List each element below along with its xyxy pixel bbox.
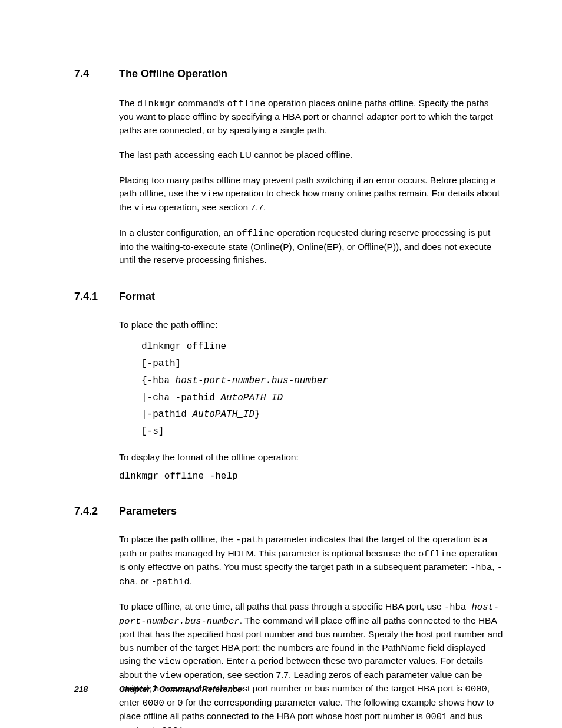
code-inline: -hba [444,602,472,612]
code-inline: -hba [470,562,492,573]
paragraph: The dlnkmgr command's offline operation … [119,97,503,137]
section-number: 7.4 [74,68,119,80]
page-footer: 218Chapter 7 Command Reference [74,684,242,694]
section-7-4-heading: 7.4 The Offline Operation [74,68,503,80]
code-line: [-s] [141,423,503,440]
code-inline: 0001 [161,726,183,729]
code-line: [-path] [141,355,503,373]
format-intro: To place the path offline: [119,318,503,331]
code-line: |-cha -pathid AutoPATH_ID [141,390,503,407]
paragraph: To place the path offline: [119,318,503,331]
section-number: 7.4.1 [74,291,119,303]
paragraph: To place the path offline, the -path par… [119,533,503,588]
code-inline: dlnkmgr [137,98,176,109]
section-7-4-2-heading: 7.4.2 Parameters [74,505,503,518]
code-line: dlnkmgr offline [141,338,503,355]
section-title: Format [119,291,155,303]
section-7-4-body: The dlnkmgr command's offline operation … [119,97,503,267]
section-7-4-1-heading: 7.4.1 Format [74,291,503,303]
code-inline: view [160,670,181,681]
code-inline: 0 [177,698,183,709]
paragraph: To display the format of the offline ope… [119,451,503,464]
code-inline: 0001 [425,711,447,722]
section-7-4-2-body: To place the path offline, the -path par… [119,533,503,728]
paragraph: To place offline, at one time, all paths… [119,600,503,728]
code-inline: view [134,203,156,213]
paragraph: Placing too many paths offline may preve… [119,174,503,215]
code-line: {-hba host-port-number.bus-number [141,373,503,390]
paragraph: In a cluster configuration, an offline o… [119,226,503,266]
section-number: 7.4.2 [74,505,119,518]
format-intro-2: To display the format of the offline ope… [119,451,503,464]
code-inline: offline [227,98,266,109]
chapter-label: Chapter 7 Command Reference [119,684,242,694]
code-inline: offline [418,549,457,559]
code-inline: 0000 [143,698,164,709]
code-line: |-pathid AutoPATH_ID} [141,406,503,423]
code-inline: view [201,189,223,199]
page-number: 218 [74,684,119,694]
code-inline: view [158,656,180,667]
code-inline: offline [236,228,275,239]
code-inline: -path [236,535,263,545]
paragraph: The last path accessing each LU cannot b… [119,149,503,162]
section-title: The Offline Operation [119,68,227,80]
document-page: 7.4 The Offline Operation The dlnkmgr co… [0,0,562,728]
code-block-offline-help: dlnkmgr offline -help [119,471,503,482]
code-inline: -pathid [151,577,190,587]
code-block-offline-format: dlnkmgr offline [-path] {-hba host-port-… [141,338,503,440]
code-inline: 0000 [465,684,487,694]
section-title: Parameters [119,505,177,518]
